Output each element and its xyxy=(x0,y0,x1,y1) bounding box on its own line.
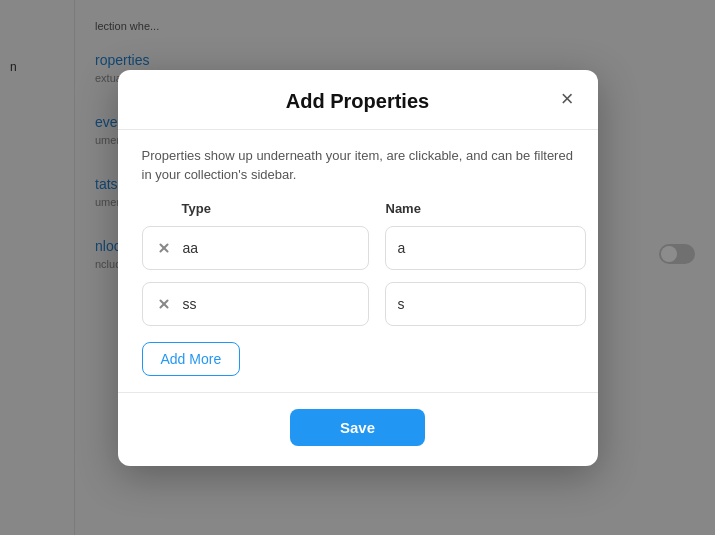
property-row xyxy=(142,226,574,270)
type-field-2 xyxy=(142,282,369,326)
type-field-1 xyxy=(142,226,369,270)
name-input-2[interactable] xyxy=(385,282,586,326)
modal-title: Add Properties xyxy=(286,90,429,113)
modal-header: Add Properties × xyxy=(118,70,598,130)
add-properties-modal: Add Properties × Properties show up unde… xyxy=(118,70,598,466)
column-name-label: Name xyxy=(386,201,574,216)
name-input-1[interactable] xyxy=(385,226,586,270)
remove-icon-1 xyxy=(155,239,173,257)
remove-property-1-button[interactable] xyxy=(153,237,175,259)
remove-property-2-button[interactable] xyxy=(153,293,175,315)
save-button[interactable]: Save xyxy=(290,409,425,446)
remove-icon-2 xyxy=(155,295,173,313)
property-row xyxy=(142,282,574,326)
modal-body: Properties show up underneath your item,… xyxy=(118,130,598,392)
type-input-2[interactable] xyxy=(183,296,358,312)
properties-header: Type Name xyxy=(142,201,574,216)
modal-footer: Save xyxy=(118,392,598,466)
modal-description: Properties show up underneath your item,… xyxy=(142,146,574,185)
modal-overlay: Add Properties × Properties show up unde… xyxy=(0,0,715,535)
column-type-label: Type xyxy=(142,201,370,216)
type-input-1[interactable] xyxy=(183,240,358,256)
close-button[interactable]: × xyxy=(557,84,578,114)
add-more-button[interactable]: Add More xyxy=(142,342,241,376)
